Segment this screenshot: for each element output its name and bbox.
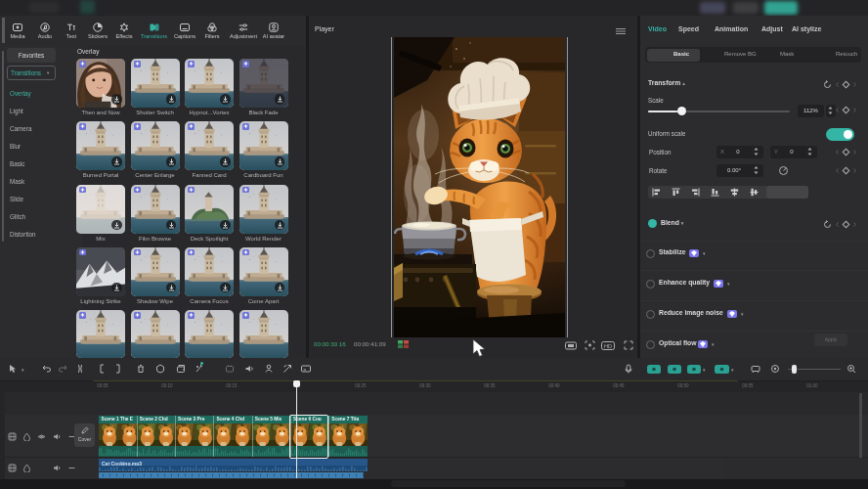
svg-text:HD: HD bbox=[604, 343, 612, 349]
